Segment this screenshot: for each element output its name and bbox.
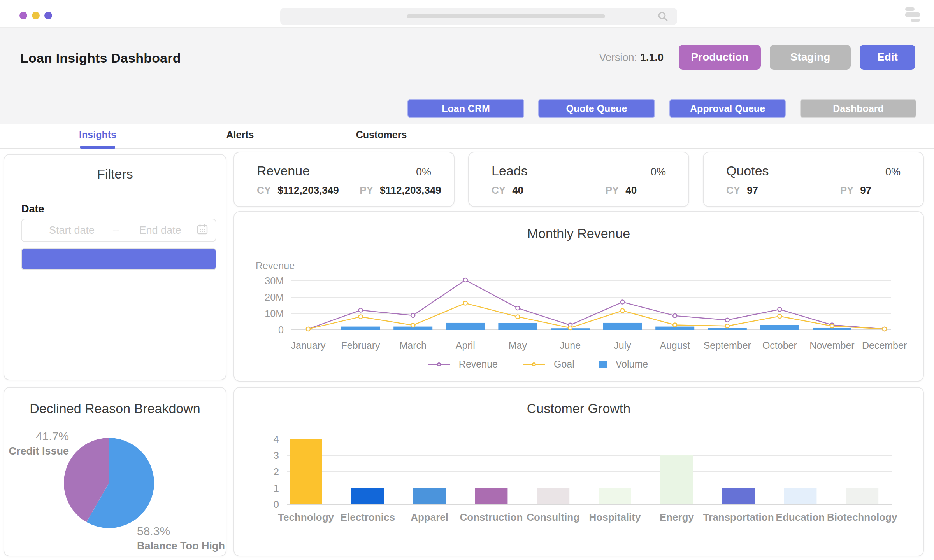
pie-slice-name: Balance Too High <box>137 540 226 552</box>
kpi-title: Quotes <box>726 163 769 178</box>
y-tick-label: 1 <box>274 482 279 494</box>
end-date-placeholder: End date <box>124 224 196 236</box>
window-control-dot-3[interactable] <box>44 12 52 19</box>
kpi-delta: 0% <box>885 166 901 178</box>
volume-bar-February <box>341 327 380 330</box>
goal-point-April <box>463 301 467 305</box>
stacked-bars-icon[interactable] <box>905 7 921 22</box>
legend-marker-icon <box>532 362 536 366</box>
revenue-point-July <box>621 300 625 304</box>
kpi-delta: 0% <box>651 166 666 178</box>
tab-customers[interactable]: Customers <box>350 124 413 145</box>
cy-value: 97 <box>747 184 758 196</box>
revenue-point-October <box>778 308 781 312</box>
version-label: Version: <box>599 52 637 63</box>
pie-slice-name: Credit Issue <box>4 445 69 457</box>
revenue-point-April <box>463 278 467 282</box>
nav-button-dashboard[interactable]: Dashboard <box>800 99 916 118</box>
legend-marker-icon <box>437 362 441 366</box>
growth-bar-energy <box>660 455 693 504</box>
apply-filters-button[interactable] <box>21 248 216 270</box>
nav-button-loan-crm[interactable]: Loan CRM <box>407 99 524 118</box>
version-value: 1.1.0 <box>640 52 664 63</box>
growth-bar-construction <box>475 488 507 504</box>
x-tick-label: Transportation <box>703 511 774 523</box>
legend-label: Volume <box>616 359 648 370</box>
staging-button[interactable]: Staging <box>770 45 851 70</box>
address-placeholder-pill <box>407 14 605 18</box>
legend-swatch-icon <box>428 364 450 365</box>
growth-bar-transportation <box>722 488 755 504</box>
x-tick-label: Biotechnology <box>827 511 897 523</box>
kpi-title: Leads <box>492 163 528 178</box>
growth-bar-electronics <box>351 488 384 504</box>
x-tick-label: June <box>560 340 581 351</box>
volume-bar-April <box>446 323 485 330</box>
volume-bar-July <box>603 323 642 330</box>
dashboard-header: Loan Insights Dashboard Version:1.1.0 Pr… <box>0 28 934 124</box>
x-tick-label: August <box>660 340 690 351</box>
edit-button[interactable]: Edit <box>860 45 915 70</box>
legend-item-volume[interactable]: Volume <box>599 359 648 370</box>
kpi-values-row: CY97 PY97 <box>726 184 910 198</box>
date-range-separator: -- <box>108 224 124 236</box>
x-tick-label: December <box>862 340 907 351</box>
volume-bar-May <box>498 323 537 330</box>
legend-item-revenue[interactable]: Revenue <box>428 359 498 370</box>
y-tick-label: 0 <box>274 499 279 510</box>
production-button[interactable]: Production <box>679 45 761 70</box>
tab-alerts[interactable]: Alerts <box>211 124 269 145</box>
legend-swatch-icon <box>599 360 607 368</box>
nav-button-approval-queue[interactable]: Approval Queue <box>669 99 786 118</box>
cy-label: CY <box>492 184 506 196</box>
py-value: $112,203,349 <box>380 184 441 196</box>
cy-value: 40 <box>512 184 523 196</box>
revenue-point-September <box>725 318 729 322</box>
revenue-point-August <box>673 314 677 318</box>
legend-item-goal[interactable]: Goal <box>523 359 574 370</box>
py-value: 40 <box>625 184 637 196</box>
x-tick-label: November <box>809 340 854 351</box>
volume-bar-October <box>760 325 799 330</box>
y-tick-label: 0 <box>278 324 284 335</box>
date-range-input[interactable]: Start date -- End date <box>21 219 216 242</box>
growth-bar-biotechnology <box>846 488 878 504</box>
calendar-icon <box>196 223 209 238</box>
window-control-dot-2[interactable] <box>32 12 40 19</box>
x-tick-label: Hospitality <box>589 511 641 523</box>
goal-point-December <box>883 327 887 331</box>
revenue-point-February <box>359 308 363 312</box>
tab-bar: Insights Alerts Customers <box>0 124 934 149</box>
x-tick-label: May <box>509 340 527 351</box>
legend-swatch-icon <box>523 364 545 365</box>
x-tick-label: March <box>399 340 426 351</box>
x-tick-label: October <box>762 340 797 351</box>
goal-point-February <box>359 315 363 318</box>
pie-label-credit-issue: 41.7% Credit Issue <box>4 430 69 457</box>
declined-reason-card: Declined Reason Breakdown 41.7% Credit I… <box>4 387 226 556</box>
kpi-card-quotes: Quotes 0% CY97 PY97 <box>703 152 924 207</box>
x-tick-label: February <box>341 340 381 351</box>
address-search-bar[interactable] <box>280 8 677 25</box>
x-tick-label: Electronics <box>341 511 395 523</box>
nav-button-quote-queue[interactable]: Quote Queue <box>538 99 655 118</box>
legend-label: Revenue <box>459 359 498 370</box>
window-control-dot-1[interactable] <box>19 12 27 19</box>
filters-title: Filters <box>4 166 226 182</box>
window-controls <box>19 12 52 19</box>
goal-point-March <box>411 323 415 327</box>
pie-percent: 41.7% <box>36 430 69 443</box>
cy-label: CY <box>257 184 271 196</box>
y-tick-label: 4 <box>274 433 279 445</box>
search-icon <box>657 10 669 24</box>
kpi-card-leads: Leads 0% CY40 PY40 <box>468 152 689 207</box>
py-value: 97 <box>860 184 871 196</box>
goal-point-August <box>673 323 677 327</box>
growth-bar-education <box>784 488 816 504</box>
growth-bar-consulting <box>537 488 569 504</box>
x-tick-label: Apparel <box>411 511 448 523</box>
date-filter-label: Date <box>21 203 44 215</box>
y-tick-label: 2 <box>274 466 279 478</box>
tab-insights[interactable]: Insights <box>68 124 127 145</box>
kpi-delta: 0% <box>416 166 431 178</box>
